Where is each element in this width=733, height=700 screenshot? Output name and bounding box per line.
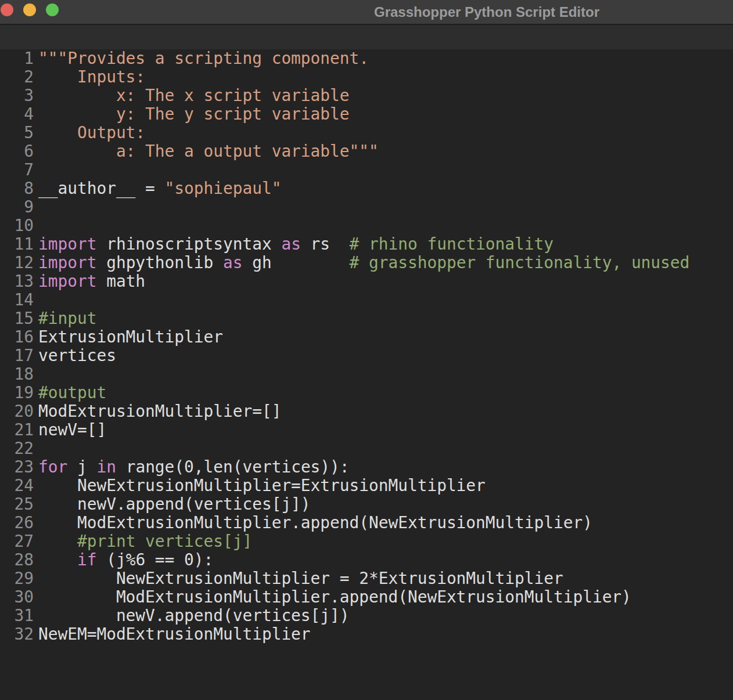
code-token-def: newV.append(vertices[j])	[38, 495, 311, 514]
code-editor[interactable]: 1"""Provides a scripting component.2 Inp…	[0, 49, 733, 700]
line-number: 17	[0, 347, 38, 365]
code-line[interactable]: 17vertices	[0, 347, 733, 365]
code-line[interactable]: 12import ghpythonlib as gh # grasshopper…	[0, 254, 733, 272]
code-line[interactable]: 18	[0, 365, 733, 384]
code-line[interactable]: 15#input	[0, 309, 733, 328]
code-token-def: newV=[]	[38, 420, 106, 439]
code-token-def: NewExtrusionMultiplier = 2*ExtrusionMult…	[38, 569, 563, 588]
code-token-str: x: The x script variable	[38, 86, 350, 105]
line-number: 5	[0, 124, 38, 142]
code-token-def: rhinoscriptsyntax	[96, 234, 281, 254]
code-line[interactable]: 32NewEM=ModExtrusionMultiplier	[0, 625, 733, 644]
code-line[interactable]: 22	[0, 439, 733, 458]
line-number: 30	[0, 588, 38, 607]
code-line[interactable]: 10	[0, 217, 733, 235]
code-token-com: # grasshopper functionality, unused	[350, 253, 690, 272]
code-line[interactable]: 27 #print vertices[j]	[0, 532, 733, 551]
code-line[interactable]: 26 ModExtrusionMultiplier.append(NewExtr…	[0, 514, 733, 532]
code-line[interactable]: 30 ModExtrusionMultiplier.append(NewExtr…	[0, 588, 733, 607]
code-line[interactable]: 2 Inputs:	[0, 68, 733, 86]
line-number: 9	[0, 198, 38, 217]
code-line[interactable]: 21newV=[]	[0, 421, 733, 439]
code-token-def: ExtrusionMultiplier	[38, 327, 223, 347]
close-button[interactable]	[1, 3, 13, 16]
code-token-def: math	[96, 272, 145, 291]
code-line[interactable]: 24 NewExtrusionMultiplier=ExtrusionMulti…	[0, 477, 733, 495]
code-token-def: ModExtrusionMultiplier.append(NewExtrusi…	[38, 587, 631, 607]
code-token-def: gh	[242, 253, 349, 272]
line-number: 26	[0, 514, 38, 532]
code-line[interactable]: 29 NewExtrusionMultiplier = 2*ExtrusionM…	[0, 569, 733, 588]
line-number: 7	[0, 161, 38, 179]
line-number: 6	[0, 142, 38, 161]
code-token-def: (j%6 == 0):	[96, 550, 213, 569]
toolbar-strip	[0, 25, 733, 49]
line-number: 19	[0, 384, 38, 402]
script-editor-window: Grasshopper Python Script Editor 1"""Pro…	[0, 0, 733, 700]
code-line[interactable]: 31 newV.append(vertices[j])	[0, 607, 733, 625]
code-token-def: ModExtrusionMultiplier.append(NewExtrusi…	[38, 513, 592, 532]
code-token-kw: for	[38, 457, 67, 477]
line-number: 25	[0, 495, 38, 514]
code-token-str: a: The a output variable"""	[38, 142, 379, 161]
line-number: 28	[0, 551, 38, 569]
code-line[interactable]: 8__author__ = "sophiepaul"	[0, 179, 733, 198]
line-number: 1	[0, 49, 38, 68]
code-line[interactable]: 14	[0, 291, 733, 309]
code-line[interactable]: 23for j in range(0,len(vertices)):	[0, 458, 733, 477]
line-number: 31	[0, 607, 38, 625]
code-line[interactable]: 13import math	[0, 272, 733, 291]
titlebar: Grasshopper Python Script Editor	[0, 0, 733, 25]
traffic-lights	[1, 3, 59, 16]
code-token-def: newV.append(vertices[j])	[38, 606, 350, 625]
code-token-def: ghpythonlib	[96, 253, 223, 272]
code-line[interactable]: 25 newV.append(vertices[j])	[0, 495, 733, 514]
line-number: 3	[0, 86, 38, 105]
line-number: 8	[0, 179, 38, 198]
line-number: 21	[0, 421, 38, 439]
code-line[interactable]: 9	[0, 198, 733, 217]
line-number: 27	[0, 532, 38, 551]
code-line[interactable]: 5 Output:	[0, 124, 733, 142]
code-token-str: Output:	[38, 123, 145, 142]
code-token-kw: as	[281, 234, 300, 254]
line-number: 13	[0, 272, 38, 291]
code-line[interactable]: 11import rhinoscriptsyntax as rs # rhino…	[0, 235, 733, 254]
code-token-def: NewExtrusionMultiplier=ExtrusionMultipli…	[38, 476, 486, 495]
code-line[interactable]: 1"""Provides a scripting component.	[0, 49, 733, 68]
line-number: 32	[0, 625, 38, 644]
code-line[interactable]: 6 a: The a output variable"""	[0, 142, 733, 161]
code-token-str: Inputs:	[38, 67, 145, 86]
code-token-str: y: The y script variable	[38, 104, 350, 124]
code-line[interactable]: 19#output	[0, 384, 733, 402]
code-token-com: #print vertices[j]	[77, 532, 252, 551]
code-token-def: range(0,len(vertices)):	[116, 457, 350, 477]
line-number: 2	[0, 68, 38, 86]
window-title: Grasshopper Python Script Editor	[374, 0, 599, 24]
code-token-kw: import	[38, 234, 96, 254]
code-line[interactable]: 28 if (j%6 == 0):	[0, 551, 733, 569]
code-line[interactable]: 4 y: The y script variable	[0, 105, 733, 124]
code-line[interactable]: 16ExtrusionMultiplier	[0, 328, 733, 347]
line-number: 16	[0, 328, 38, 347]
code-token-kw: import	[38, 253, 96, 272]
code-token-str: """Provides a scripting component.	[38, 49, 369, 68]
code-token-def: NewEM=ModExtrusionMultiplier	[38, 625, 311, 644]
line-number: 22	[0, 439, 38, 458]
code-line[interactable]: 20ModExtrusionMultiplier=[]	[0, 402, 733, 421]
code-token-def	[38, 532, 77, 551]
code-token-def: j	[67, 457, 96, 477]
code-token-def	[38, 550, 77, 569]
maximize-button[interactable]	[46, 3, 59, 16]
code-token-def: rs	[301, 234, 350, 254]
code-token-kw: import	[38, 272, 96, 291]
line-number: 4	[0, 105, 38, 124]
line-number: 29	[0, 569, 38, 588]
code-line[interactable]: 7	[0, 161, 733, 179]
code-token-kw: in	[96, 457, 116, 477]
code-line[interactable]: 3 x: The x script variable	[0, 86, 733, 105]
code-token-kw: as	[223, 253, 242, 272]
minimize-button[interactable]	[23, 3, 36, 16]
code-token-def: vertices	[38, 346, 116, 365]
line-number: 12	[0, 254, 38, 272]
